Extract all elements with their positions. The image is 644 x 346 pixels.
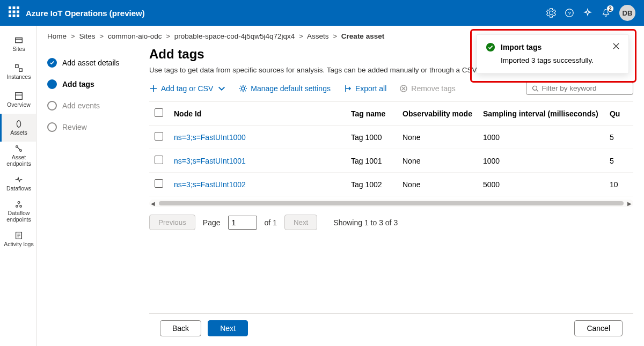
row-checkbox[interactable] [155, 132, 163, 141]
step-label: Add events [62, 101, 100, 110]
row-checkbox[interactable] [155, 156, 163, 164]
svg-rect-8 [17, 14, 19, 17]
col-sampling-interval[interactable]: Sampling interval (milliseconds) [478, 102, 604, 126]
toast-title: Import tags [501, 43, 607, 51]
col-queue[interactable]: Qu [604, 102, 633, 126]
success-icon [486, 42, 495, 52]
crumb-sites[interactable]: Sites [79, 32, 95, 40]
rail-activity-logs[interactable]: Activity logs [0, 225, 36, 253]
svg-rect-4 [13, 11, 16, 13]
help-icon[interactable]: ? [565, 8, 574, 18]
rail-dataflow-endpoints[interactable]: Dataflow endpoints [0, 197, 36, 225]
svg-point-27 [533, 86, 537, 90]
col-node-id[interactable]: Node Id [169, 102, 346, 126]
svg-point-16 [20, 150, 22, 152]
crumb-current: Create asset [341, 32, 384, 40]
step-label: Add asset details [62, 58, 120, 67]
svg-rect-2 [17, 6, 19, 9]
scroll-left-icon[interactable]: ◀ [149, 201, 157, 207]
cmd-label: Export all [355, 84, 386, 93]
cell-node-id[interactable]: ns=3;s=FastUInt1000 [169, 126, 346, 149]
step-label: Review [62, 123, 87, 131]
rail-overview[interactable]: Overview [0, 86, 36, 114]
cell-tag-name: Tag 1001 [346, 149, 397, 173]
bell-icon[interactable]: 2 [601, 8, 611, 18]
back-button[interactable]: Back [160, 320, 201, 336]
manage-defaults-button[interactable]: Manage default settings [239, 84, 331, 93]
filter-input[interactable] [542, 84, 627, 92]
sparkle-icon[interactable] [583, 8, 592, 18]
step-asset-details[interactable]: Add asset details [47, 52, 133, 73]
rail-sites[interactable]: Sites [0, 30, 36, 58]
step-add-tags[interactable]: Add tags [47, 73, 133, 95]
rail-assets[interactable]: Assets [0, 114, 36, 142]
cell-mode: None [397, 173, 478, 196]
svg-text:?: ? [568, 10, 571, 16]
svg-line-28 [537, 90, 538, 91]
row-checkbox[interactable] [155, 179, 163, 188]
svg-rect-12 [19, 69, 22, 71]
add-tag-button[interactable]: Add tag or CSV [149, 84, 226, 93]
chevron-down-icon [217, 84, 226, 93]
page-of-label: of 1 [265, 218, 277, 227]
select-all-checkbox[interactable] [155, 108, 163, 117]
svg-rect-6 [9, 14, 11, 17]
step-label: Add tags [62, 80, 94, 89]
filter-input-wrapper[interactable] [526, 82, 633, 95]
toast-close-button[interactable] [612, 42, 620, 52]
page-label: Page [203, 218, 221, 227]
next-button[interactable]: Next [208, 320, 248, 336]
scroll-right-icon[interactable]: ▶ [626, 201, 633, 207]
cell-queue: 5 [604, 149, 633, 173]
cell-node-id[interactable]: ns=3;s=FastUInt1002 [169, 173, 346, 196]
cell-tag-name: Tag 1002 [346, 173, 397, 196]
svg-rect-7 [13, 14, 16, 17]
cell-interval: 1000 [478, 126, 604, 149]
scroll-thumb[interactable] [159, 201, 624, 205]
step-add-events[interactable]: Add events [47, 95, 133, 116]
svg-rect-1 [13, 6, 16, 9]
svg-rect-5 [17, 11, 19, 13]
svg-rect-11 [16, 65, 18, 68]
cell-mode: None [397, 126, 478, 149]
cmd-label: Manage default settings [251, 84, 331, 93]
cell-tag-name: Tag 1000 [346, 126, 397, 149]
crumb-home[interactable]: Home [47, 32, 67, 40]
crumb-assets[interactable]: Assets [307, 32, 329, 40]
cell-node-id[interactable]: ns=3;s=FastUInt1001 [169, 149, 346, 173]
rail-label: Asset endpoints [2, 154, 36, 167]
cancel-button[interactable]: Cancel [574, 320, 623, 336]
cmd-label: Add tag or CSV [161, 84, 213, 93]
gear-icon[interactable] [546, 8, 556, 18]
svg-point-18 [18, 202, 20, 204]
prev-page-button: Previous [149, 215, 195, 230]
remove-tags-button: Remove tags [399, 84, 455, 93]
horizontal-scrollbar[interactable]: ◀ ▶ [149, 200, 633, 207]
rail-instances[interactable]: Instances [0, 58, 36, 86]
page-number-input[interactable] [228, 216, 257, 230]
table-row[interactable]: ns=3;s=FastUInt1002 Tag 1002 None 5000 1… [149, 173, 633, 196]
crumb-instance[interactable]: probable-space-cod-4j5qw5j4q72jqx4 [174, 32, 295, 40]
table-row[interactable]: ns=3;s=FastUInt1000 Tag 1000 None 1000 5 [149, 126, 633, 149]
cell-queue: 10 [604, 173, 633, 196]
nav-rail: Sites Instances Overview Assets Asset en… [0, 26, 36, 346]
table-row[interactable]: ns=3;s=FastUInt1001 Tag 1001 None 1000 5 [149, 149, 633, 173]
rail-dataflows[interactable]: Dataflows [0, 170, 36, 197]
col-observability-mode[interactable]: Observability mode [397, 102, 478, 126]
rail-label: Overview [7, 102, 31, 108]
rail-label: Dataflow endpoints [2, 210, 36, 223]
svg-point-15 [16, 146, 18, 148]
tags-table: Node Id Tag name Observability mode Samp… [149, 102, 633, 196]
rail-label: Assets [10, 130, 27, 136]
svg-point-25 [241, 87, 245, 90]
waffle-icon[interactable] [9, 6, 19, 19]
cell-interval: 5000 [478, 173, 604, 196]
avatar[interactable]: DB [619, 5, 635, 21]
svg-rect-0 [9, 6, 11, 9]
step-review[interactable]: Review [47, 116, 133, 138]
rail-asset-endpoints[interactable]: Asset endpoints [0, 142, 36, 170]
col-tag-name[interactable]: Tag name [346, 102, 397, 126]
crumb-site[interactable]: common-aio-odc [108, 32, 162, 40]
wizard-steps: Add asset details Add tags Add events Re… [36, 47, 133, 346]
export-all-button[interactable]: Export all [343, 84, 386, 93]
